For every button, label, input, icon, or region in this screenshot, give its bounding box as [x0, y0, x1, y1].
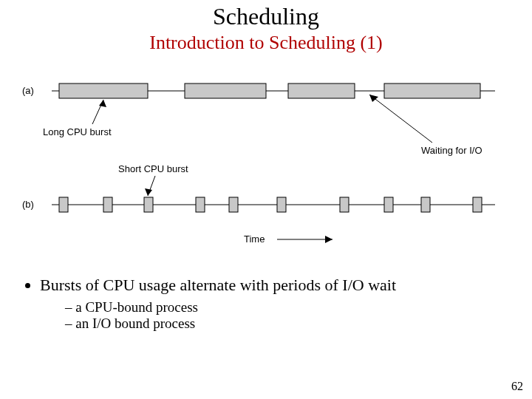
row-b: (b) [22, 197, 495, 212]
bullet-main: Bursts of CPU usage alternate with perio… [40, 276, 510, 295]
svg-rect-14 [144, 197, 153, 212]
page-title: Scheduling [0, 3, 532, 30]
svg-rect-20 [421, 197, 430, 212]
svg-line-7 [369, 95, 432, 143]
svg-rect-18 [340, 197, 349, 212]
svg-marker-10 [145, 188, 152, 196]
svg-rect-12 [59, 197, 68, 212]
svg-rect-15 [196, 197, 205, 212]
time-label: Time [244, 233, 265, 245]
row-b-label: (b) [22, 199, 34, 210]
page-subtitle: Introduction to Scheduling (1) [0, 32, 532, 54]
long-burst-annotation: Long CPU burst [43, 100, 112, 137]
svg-rect-13 [103, 197, 112, 212]
bullet-list: Bursts of CPU usage alternate with perio… [22, 276, 510, 332]
waiting-io-label: Waiting for I/O [421, 145, 482, 156]
svg-rect-3 [288, 83, 355, 98]
row-a-label: (a) [22, 85, 34, 96]
short-burst-label: Short CPU burst [118, 163, 188, 174]
time-axis: Time [244, 233, 332, 245]
svg-rect-17 [277, 197, 286, 212]
svg-rect-2 [185, 83, 266, 98]
row-a: (a) [22, 83, 495, 98]
short-burst-annotation: Short CPU burst [118, 163, 188, 196]
svg-marker-23 [325, 236, 332, 243]
svg-rect-21 [473, 197, 482, 212]
svg-marker-6 [99, 100, 106, 107]
waiting-io-annotation: Waiting for I/O [369, 95, 482, 156]
svg-rect-19 [384, 197, 393, 212]
long-burst-label: Long CPU burst [43, 126, 112, 137]
bullet-sub-b: an I/O bound process [65, 316, 510, 332]
bullet-sub-a: a CPU-bound process [65, 299, 510, 316]
page-number: 62 [511, 380, 523, 393]
svg-rect-16 [229, 197, 238, 212]
burst-diagram: (a) Long CPU burst Waiting for I/O Short… [22, 69, 510, 261]
svg-rect-4 [384, 83, 480, 98]
svg-rect-1 [59, 83, 148, 98]
svg-marker-8 [369, 95, 378, 102]
